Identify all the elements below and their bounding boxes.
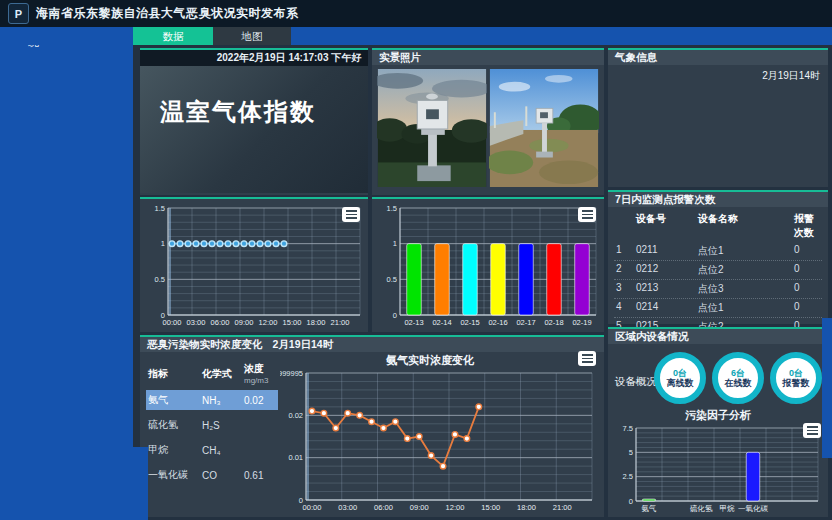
greenhouse-index-chart[interactable]: 00.511.500:0003:0006:0009:0012:0015:0018… [142,202,366,328]
nh3-realtime-chart[interactable]: 00.010.020.02999999999999999500:0003:000… [280,367,598,513]
tab-data[interactable]: 数据 [133,27,213,45]
table-row[interactable]: 40214点位10 [614,299,822,318]
svg-text:15:00: 15:00 [283,318,302,327]
chart-toolbox-icon[interactable] [578,207,596,222]
greeting-body: 温室气体指数 [140,66,368,193]
site-photos-panel: 实景照片 [372,48,604,195]
svg-text:03:00: 03:00 [187,318,206,327]
offline-count-badge: 0台 离线数 [654,352,706,404]
page-background-edge [822,318,832,458]
alarm-count-badge: 0台 报警数 [770,352,822,404]
panel-title: 实景照片 [372,50,604,65]
datetime-text: 2022年2月19日 14:17:03 下午好 [140,50,368,66]
pollution-factor-title: 污染因子分析 [608,408,828,423]
odor-realtime-panel: 恶臭污染物实时浓度变化 2月19日14时 指标 化学式 浓度mg/m3 氨气NH… [140,335,604,517]
svg-text:02-14: 02-14 [432,318,451,327]
svg-text:12:00: 12:00 [446,503,465,512]
svg-text:00:00: 00:00 [303,503,322,512]
svg-text:02-18: 02-18 [544,318,563,327]
svg-text:09:00: 09:00 [235,318,254,327]
app-logo: P [8,3,29,24]
svg-text:02-16: 02-16 [488,318,507,327]
svg-text:氨气: 氨气 [642,504,657,513]
svg-text:0.01: 0.01 [288,453,303,462]
svg-text:2.5: 2.5 [623,472,633,481]
site-photo-day[interactable] [489,69,599,187]
svg-text:02-13: 02-13 [404,318,423,327]
chart-toolbox-icon[interactable] [803,423,821,438]
svg-text:甲烷: 甲烷 [720,504,736,513]
odor-table: 指标 化学式 浓度mg/m3 氨气NH₃0.02 硫化氢H₂S 甲烷CH₄ 一氧… [146,359,278,490]
svg-text:1.5: 1.5 [387,204,397,213]
odor-row-co[interactable]: 一氧化碳CO0.61 [146,465,278,485]
table-row[interactable]: 10211点位10 [614,242,822,261]
col-device-id: 设备号 [636,212,698,240]
svg-text:18:00: 18:00 [517,503,536,512]
col-formula: 化学式 [202,367,244,381]
weather-panel: 气象信息 2月19日14时 [608,48,828,187]
table-row[interactable]: 20212点位20 [614,261,822,280]
online-count-badge: 6台 在线数 [712,352,764,404]
col-alarm-count: 报警次数 [794,212,820,240]
svg-text:1.5: 1.5 [155,204,165,213]
chart-toolbox-icon[interactable] [578,351,596,366]
svg-text:0.029999999999999995: 0.029999999999999995 [280,369,303,378]
svg-text:15:00: 15:00 [481,503,500,512]
logo-glyph: P [15,8,22,20]
svg-text:09:00: 09:00 [410,503,429,512]
col-indicator: 指标 [148,367,202,381]
area-devices-panel: 区域内设备情况 设备概况: 0台 离线数 6台 在线数 0台 报警数 污染因子分… [608,327,828,517]
svg-text:06:00: 06:00 [374,503,393,512]
svg-text:7.5: 7.5 [623,424,633,433]
panel-title: 恶臭污染物实时浓度变化 [147,337,263,352]
svg-text:21:00: 21:00 [331,318,350,327]
site-photo-dusk[interactable] [377,69,487,187]
panel-date: 2月19日14时 [273,337,334,352]
svg-text:06:00: 06:00 [211,318,230,327]
col-concentration: 浓度mg/m3 [244,362,276,385]
svg-text:0: 0 [393,311,397,320]
top-header-bar: P 海南省乐东黎族自治县大气恶臭状况实时发布系 [0,0,832,27]
svg-text:02-15: 02-15 [460,318,479,327]
col-device-name: 设备名称 [698,212,794,240]
svg-text:1: 1 [161,239,165,248]
page-background-corner [0,447,148,520]
alarm-table-header: 设备号 设备名称 报警次数 [614,210,822,242]
app-title: 海南省乐东黎族自治县大气恶臭状况实时发布系 [36,5,299,22]
panel-title: 气象信息 [608,50,828,65]
odor-table-header: 指标 化学式 浓度mg/m3 [146,359,278,388]
svg-text:1: 1 [393,239,397,248]
panel-title: 7日内监测点报警次数 [608,192,828,207]
svg-text:0.5: 0.5 [155,275,165,284]
svg-text:0: 0 [629,497,633,506]
svg-text:03:00: 03:00 [338,503,357,512]
svg-text:12:00: 12:00 [259,318,278,327]
daily-odor-chart-panel: 00.511.502-1302-1402-1502-1602-1702-1802… [372,197,604,332]
svg-text:18:00: 18:00 [307,318,326,327]
chart-toolbox-icon[interactable] [342,207,360,222]
svg-text:02-19: 02-19 [572,318,591,327]
odor-row-nh3[interactable]: 氨气NH₃0.02 [146,390,278,410]
svg-text:02-17: 02-17 [516,318,535,327]
svg-text:0.5: 0.5 [387,275,397,284]
table-row[interactable]: 30213点位30 [614,280,822,299]
greenhouse-index-chart-panel: 00.511.500:0003:0006:0009:0012:0015:0018… [140,197,368,332]
svg-text:0.02: 0.02 [288,411,303,420]
tab-bar: 数据 地图 [0,27,832,45]
weather-date: 2月19日14时 [608,65,828,83]
svg-text:硫化氢: 硫化氢 [690,504,713,513]
svg-text:21:00: 21:00 [553,503,572,512]
svg-text:00:00: 00:00 [163,318,182,327]
daily-odor-chart[interactable]: 00.511.502-1302-1402-1502-1602-1702-1802… [374,202,602,328]
svg-text:一氧化碳: 一氧化碳 [738,504,769,513]
page-title: 温室气体指数 [140,66,368,128]
panel-title: 区域内设备情况 [608,329,828,344]
tab-map[interactable]: 地图 [213,27,291,45]
greeting-panel: 2022年2月19日 14:17:03 下午好 温室气体指数 [140,48,368,195]
odor-row-h2s[interactable]: 硫化氢H₂S [146,415,278,435]
alarm-count-panel: 7日内监测点报警次数 设备号 设备名称 报警次数 10211点位10 20212… [608,190,828,324]
odor-row-ch4[interactable]: 甲烷CH₄ [146,440,278,460]
pollution-factor-chart[interactable]: 02.557.5氨气硫化氢甲烷一氧化碳 [610,422,824,514]
nh3-chart-title: 氨气实时浓度变化 [280,353,580,368]
svg-text:5: 5 [629,448,633,457]
